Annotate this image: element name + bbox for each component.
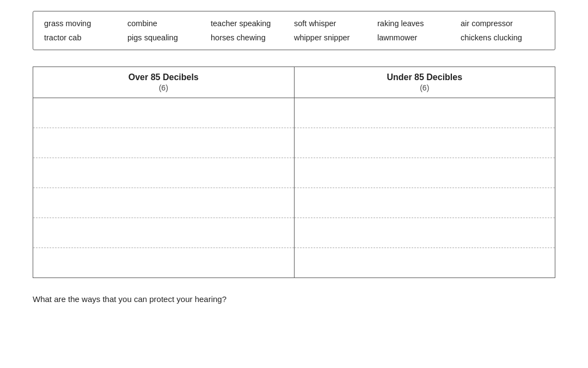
table-row [33,218,555,248]
word-bank-item[interactable]: pigs squealing [127,33,211,42]
word-bank-item[interactable]: combine [127,19,211,28]
col2-cell[interactable] [294,158,555,188]
col2-cell[interactable] [294,218,555,248]
table-row [33,248,555,278]
table-row [33,128,555,158]
col1-cell[interactable] [33,248,295,278]
col2-cell[interactable] [294,98,555,128]
word-bank-item[interactable]: soft whisper [294,19,377,28]
word-bank-item[interactable]: tractor cab [44,33,127,42]
bottom-question: What are the ways that you can protect y… [33,294,555,304]
col2-cell[interactable] [294,188,555,218]
table-row [33,188,555,218]
word-bank-item[interactable]: horses chewing [211,33,294,42]
col1-cell[interactable] [33,188,295,218]
col1-cell[interactable] [33,218,295,248]
word-bank-item[interactable]: grass moving [44,19,127,28]
word-bank-item[interactable]: whipper snipper [294,33,377,42]
table-row [33,98,555,128]
word-bank: grass moving combine teacher speaking so… [33,11,555,50]
word-bank-item[interactable]: lawnmower [377,33,461,42]
word-bank-item[interactable]: teacher speaking [211,19,294,28]
word-bank-item[interactable]: chickens clucking [461,33,544,42]
col2-cell[interactable] [294,248,555,278]
word-bank-item[interactable]: air compressor [461,19,544,28]
table-row [33,158,555,188]
col2-header: Under 85 Decibles (6) [294,67,555,98]
sort-table: Over 85 Decibels (6) Under 85 Decibles (… [33,67,555,278]
col1-cell[interactable] [33,158,295,188]
col2-cell[interactable] [294,128,555,158]
col1-cell[interactable] [33,128,295,158]
col1-cell[interactable] [33,98,295,128]
col1-header: Over 85 Decibels (6) [33,67,295,98]
word-bank-item[interactable]: raking leaves [377,19,461,28]
